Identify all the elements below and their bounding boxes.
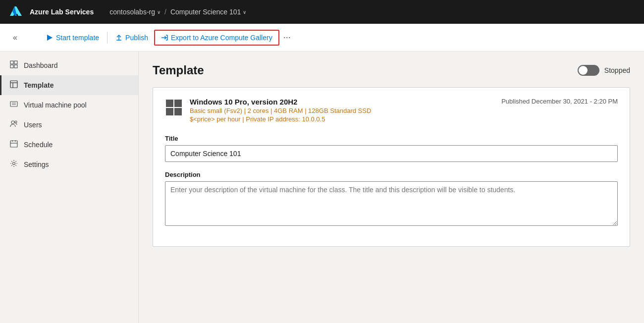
svg-point-17 — [11, 121, 14, 124]
vm-details: Windows 10 Pro, version 20H2 Basic small… — [190, 98, 371, 123]
start-template-button[interactable]: Start template — [40, 31, 105, 45]
sidebar-item-schedule[interactable]: Schedule — [0, 135, 138, 155]
description-form-group: Description — [165, 171, 618, 227]
sidebar-item-vmpool[interactable]: Virtual machine pool — [0, 95, 138, 115]
sidebar-item-settings[interactable]: Settings — [0, 155, 138, 174]
vm-price: $<price> per hour | Private IP address: … — [190, 115, 371, 123]
svg-marker-0 — [47, 35, 53, 41]
sidebar-item-users[interactable]: Users — [0, 115, 138, 135]
main-layout: Dashboard Template Virtual machine poo — [0, 52, 644, 323]
title-form-group: Title — [165, 135, 618, 162]
svg-rect-8 — [14, 61, 17, 64]
svg-rect-14 — [10, 102, 17, 107]
description-label: Description — [165, 171, 618, 178]
vm-info-row: Windows 10 Pro, version 20H2 Basic small… — [165, 98, 618, 123]
sidebar: Dashboard Template Virtual machine poo — [0, 52, 139, 323]
svg-rect-7 — [10, 61, 13, 64]
sidebar-item-dashboard[interactable]: Dashboard — [0, 55, 138, 75]
title-label: Title — [165, 135, 618, 142]
breadcrumb-separator: / — [164, 8, 166, 16]
azure-logo-icon — [8, 5, 22, 19]
breadcrumb-lab-name[interactable]: Computer Science 101 ∨ — [170, 8, 246, 16]
svg-point-23 — [13, 162, 15, 165]
breadcrumb: contosolabs-rg ∨ / Computer Science 101 … — [109, 8, 246, 16]
sidebar-label-schedule: Schedule — [24, 141, 53, 149]
vmpool-icon — [10, 100, 18, 110]
main-content: Template Stopped — [139, 52, 644, 323]
play-icon — [46, 34, 53, 41]
vm-name: Windows 10 Pro, version 20H2 — [190, 98, 371, 106]
title-input[interactable] — [165, 145, 618, 162]
windows-logo-icon — [165, 99, 183, 116]
svg-point-18 — [15, 121, 17, 123]
svg-rect-25 — [174, 100, 182, 107]
vm-spec: Basic small (Fsv2) | 2 cores | 4GB RAM |… — [190, 107, 371, 114]
page-title: Template — [153, 63, 204, 77]
more-options-button[interactable]: ··· — [279, 30, 295, 45]
export-icon — [161, 34, 168, 41]
collapse-button[interactable]: « — [10, 31, 20, 44]
sidebar-label-dashboard: Dashboard — [24, 61, 58, 69]
sidebar-item-template[interactable]: Template — [0, 75, 138, 95]
template-icon — [10, 80, 18, 90]
status-toggle-switch[interactable] — [578, 65, 599, 76]
topbar: Azure Lab Services contosolabs-rg ∨ / Co… — [0, 0, 644, 24]
export-button-highlight: Export to Azure Compute Gallery — [154, 30, 279, 46]
sidebar-label-settings: Settings — [24, 161, 49, 168]
schedule-icon — [10, 140, 18, 150]
page-header: Template Stopped — [153, 63, 630, 77]
svg-rect-24 — [166, 100, 173, 107]
publish-icon — [115, 34, 122, 41]
svg-rect-10 — [14, 65, 17, 68]
actionbar: « Start template Publish Export to Azure… — [0, 24, 644, 52]
svg-rect-11 — [10, 81, 17, 88]
app-name: Azure Lab Services — [30, 8, 94, 16]
sidebar-label-users: Users — [24, 121, 42, 129]
sidebar-label-vmpool: Virtual machine pool — [24, 101, 87, 109]
description-textarea[interactable] — [165, 181, 618, 226]
chevron-down-icon: ∨ — [157, 9, 161, 15]
export-to-gallery-button[interactable]: Export to Azure Compute Gallery — [155, 31, 278, 45]
svg-rect-19 — [10, 141, 17, 147]
dashboard-icon — [10, 60, 18, 70]
vm-published-date: Published December 30, 2021 - 2:20 PM — [501, 98, 618, 105]
vm-info-left: Windows 10 Pro, version 20H2 Basic small… — [165, 98, 371, 123]
status-badge: Stopped — [604, 66, 630, 74]
svg-rect-9 — [10, 65, 13, 68]
users-icon — [10, 120, 18, 130]
breadcrumb-resource-group[interactable]: contosolabs-rg ∨ — [109, 8, 161, 16]
status-toggle-group: Stopped — [578, 65, 630, 76]
chevron-down-icon: ∨ — [243, 9, 246, 15]
template-card: Windows 10 Pro, version 20H2 Basic small… — [153, 87, 630, 247]
svg-rect-26 — [166, 108, 173, 115]
action-separator — [107, 32, 107, 44]
svg-rect-27 — [174, 108, 182, 115]
toggle-knob — [579, 66, 588, 75]
sidebar-label-template: Template — [24, 81, 54, 89]
settings-icon — [10, 160, 18, 169]
publish-button[interactable]: Publish — [109, 31, 154, 45]
